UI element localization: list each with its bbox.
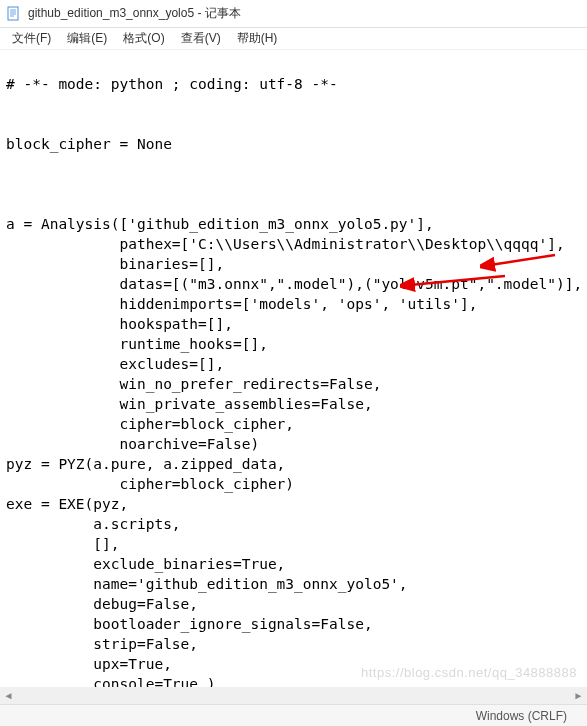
code-line: pathex=['C:\\Users\\Administrator\\Deskt… [6, 236, 565, 252]
horizontal-scrollbar[interactable]: ◄ ► [0, 687, 587, 704]
code-line: win_no_prefer_redirects=False, [6, 376, 381, 392]
code-line: upx=True, [6, 656, 172, 672]
code-line: hookspath=[], [6, 316, 233, 332]
code-line: name='github_edition_m3_onnx_yolo5', [6, 576, 408, 592]
menubar: 文件(F) 编辑(E) 格式(O) 查看(V) 帮助(H) [0, 28, 587, 50]
menu-help[interactable]: 帮助(H) [231, 28, 284, 49]
code-line: cipher=block_cipher) [6, 476, 294, 492]
code-line: excludes=[], [6, 356, 224, 372]
code-line: a.scripts, [6, 516, 181, 532]
svg-line-5 [490, 255, 555, 265]
code-line: runtime_hooks=[], [6, 336, 268, 352]
menu-view[interactable]: 查看(V) [175, 28, 227, 49]
scroll-left-icon[interactable]: ◄ [0, 687, 17, 704]
code-line: cipher=block_cipher, [6, 416, 294, 432]
code-line: datas=[("m3.onnx",".model"),("yolov5m.pt… [6, 276, 582, 292]
scroll-track[interactable] [17, 687, 570, 704]
code-line: noarchive=False) [6, 436, 259, 452]
status-encoding: Windows (CRLF) [476, 709, 567, 723]
code-line: block_cipher = None [6, 136, 172, 152]
code-line: exclude_binaries=True, [6, 556, 285, 572]
scroll-right-icon[interactable]: ► [570, 687, 587, 704]
svg-rect-0 [8, 7, 18, 20]
code-line: debug=False, [6, 596, 198, 612]
code-line: [], [6, 536, 120, 552]
code-line: strip=False, [6, 636, 198, 652]
code-line: # -*- mode: python ; coding: utf-8 -*- [6, 76, 338, 92]
menu-file[interactable]: 文件(F) [6, 28, 57, 49]
code-line: exe = EXE(pyz, [6, 496, 128, 512]
code-line: a = Analysis(['github_edition_m3_onnx_yo… [6, 216, 434, 232]
code-line: win_private_assemblies=False, [6, 396, 373, 412]
statusbar: Windows (CRLF) [0, 704, 587, 726]
window-title: github_edition_m3_onnx_yolo5 - 记事本 [28, 5, 241, 22]
code-line: pyz = PYZ(a.pure, a.zipped_data, [6, 456, 285, 472]
code-line: hiddenimports=['models', 'ops', 'utils']… [6, 296, 477, 312]
notepad-icon [6, 6, 22, 22]
editor-area[interactable]: # -*- mode: python ; coding: utf-8 -*- b… [0, 50, 587, 698]
menu-edit[interactable]: 编辑(E) [61, 28, 113, 49]
titlebar: github_edition_m3_onnx_yolo5 - 记事本 [0, 0, 587, 28]
code-line: bootloader_ignore_signals=False, [6, 616, 373, 632]
code-line: binaries=[], [6, 256, 224, 272]
menu-format[interactable]: 格式(O) [117, 28, 170, 49]
